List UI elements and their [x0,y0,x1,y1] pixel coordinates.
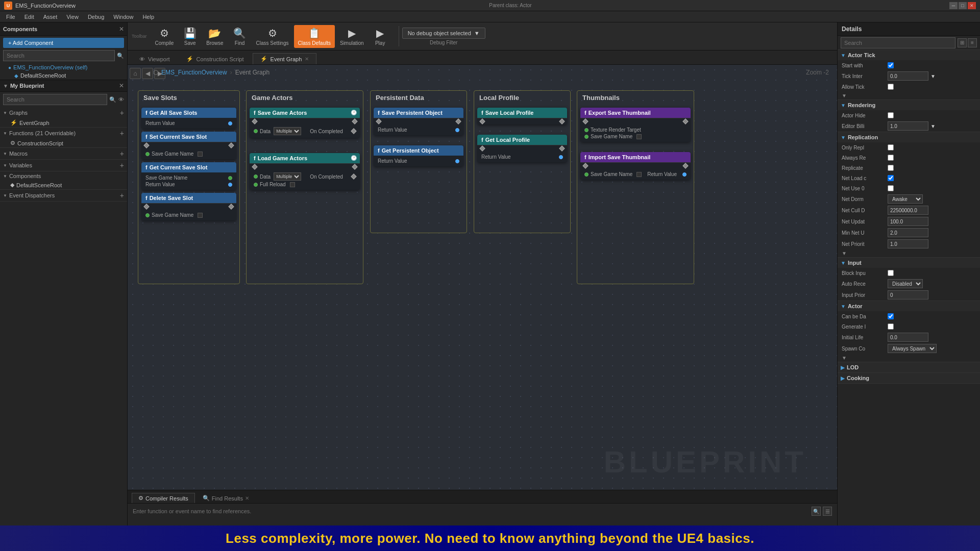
functions-add-button[interactable]: + [120,129,124,137]
find-results-tab[interactable]: 🔍 Find Results ✕ [196,493,256,503]
always-repl-checkbox[interactable] [888,155,894,161]
save-local-profile-node[interactable]: f Save Local Profile [477,108,567,124]
close-button[interactable]: ✕ [968,2,976,9]
spawn-collision-select[interactable]: Always SpawnTry To SpawnDo Not Spawn [888,344,937,353]
eventgraph-item[interactable]: ⚡ EventGraph [0,118,127,127]
menu-edit[interactable]: Edit [20,13,38,21]
bp-variables-header[interactable]: ▼ Variables + [0,160,127,171]
bp-dispatchers-header[interactable]: ▼ Event Dispatchers + [0,190,127,201]
my-blueprint-header[interactable]: ▼ My Blueprint ✕ [0,80,127,92]
cooking-header[interactable]: ▶ Cooking [838,373,980,383]
component-search-icon[interactable]: 🔍 [117,53,124,59]
maximize-button[interactable]: □ [959,2,967,9]
billboard-dropdown-icon[interactable]: ▼ [930,123,936,129]
menu-window[interactable]: Window [109,13,137,21]
bp-components-section-header[interactable]: ▼ Components [0,171,127,181]
construction-script-tab[interactable]: ⚡ Construction Script [179,53,252,64]
input-header[interactable]: ▼ Input [838,258,980,268]
back-button[interactable]: ◀ [142,68,153,79]
menu-help[interactable]: Help [138,13,158,21]
only-repl-checkbox[interactable] [888,144,894,151]
import-thumbnail-node[interactable]: f Import Save Thumbnail Save Game Name R… [580,152,691,180]
variables-add-button[interactable]: + [120,161,124,169]
find-references-input[interactable] [133,508,810,514]
min-net-input[interactable] [888,228,928,237]
save-game-actors-node[interactable]: 🕐 f Save Game Actors Data Multiple [250,108,360,138]
components-close[interactable]: ✕ [119,26,124,33]
tick-dropdown-icon[interactable]: ▼ [930,73,936,79]
viewport-tab[interactable]: 👁 Viewport [132,54,178,64]
compiler-results-tab[interactable]: ⚙ Compiler Results [132,493,195,503]
graphs-add-button[interactable]: + [120,109,124,117]
get-persistent-node[interactable]: f Get Persistent Object Return Value [374,145,463,166]
rendering-header[interactable]: ▼ Rendering [838,100,980,110]
return-pin[interactable] [228,121,232,126]
tick-interval-input[interactable] [888,71,928,81]
editor-billboard-input[interactable] [888,121,928,131]
minimize-button[interactable]: ─ [949,2,958,9]
default-scene-root-item[interactable]: ◆ DefaultSceneRoot [0,181,127,189]
find-search-button[interactable]: 🔍 [812,507,821,516]
play-button[interactable]: ▶ Play [369,25,391,48]
set-current-save-slot-node[interactable]: f Set Current Save Slot Save Game Name [141,132,236,159]
menu-asset[interactable]: Asset [39,13,62,21]
net-cull-input[interactable] [888,206,928,215]
class-defaults-button[interactable]: 📋 Class Defaults [294,25,335,48]
get-current-save-slot-node[interactable]: f Get Current Save Slot Save Game Name R… [141,162,236,190]
actor-section-collapse-arrow[interactable]: ▼ [838,354,980,362]
net-load-checkbox[interactable] [888,175,894,181]
debug-object-selector[interactable]: No debug object selected ▼ [402,28,485,39]
bp-graphs-header[interactable]: ▼ Graphs + [0,107,127,118]
bp-search-icon[interactable]: 🔍 [109,96,116,103]
delete-save-slot-node[interactable]: f Delete Save Slot Save Game Name [141,193,236,220]
find-tab-close[interactable]: ✕ [245,495,249,501]
find-button[interactable]: 🔍 Find [229,25,251,48]
details-grid-view-button[interactable]: ⊞ [958,38,967,47]
blueprint-search-input[interactable] [3,94,107,105]
event-tab-close[interactable]: ✕ [305,56,309,62]
find-settings-button[interactable]: ☰ [823,507,832,516]
actor-tick-collapse-arrow[interactable]: ▼ [838,92,980,99]
replication-header[interactable]: ▼ Replication [838,132,980,142]
start-with-checkbox[interactable] [888,62,894,68]
menu-view[interactable]: View [62,13,83,21]
macros-add-button[interactable]: + [120,149,124,158]
bp-visibility-icon[interactable]: 👁 [118,96,124,103]
dispatchers-add-button[interactable]: + [120,191,124,199]
tree-item-self[interactable]: ● EMS_FunctionOverview (self) [0,63,127,71]
details-menu-button[interactable]: ≡ [968,38,977,47]
component-search-input[interactable] [3,50,115,61]
get-all-save-slots-node[interactable]: f Get All Save Slots Return Value [141,108,236,129]
auto-receive-select[interactable]: DisabledPlayer 0Player 1 [888,279,923,288]
actor-header[interactable]: ▼ Actor [838,301,980,311]
my-blueprint-close[interactable]: ✕ [119,82,124,89]
tree-item-scene-root[interactable]: ◆ DefaultSceneRoot [0,71,127,80]
export-thumbnail-node[interactable]: f Export Save Thumbnail Texture Render T… [580,108,691,142]
compile-button[interactable]: ⚙ Compile [151,25,178,48]
save-persistent-node[interactable]: f Save Persistent Object Return Value [374,108,463,135]
simulation-button[interactable]: ▶ Simulation [336,25,368,48]
initial-lifespan-input[interactable] [888,333,928,342]
data-select[interactable]: Multiple [274,127,301,135]
event-graph-tab[interactable]: ⚡ Event Graph ✕ [253,53,317,64]
class-settings-button[interactable]: ⚙ Class Settings [252,25,293,48]
net-dorm-select[interactable]: AwakeInitialDormant [888,194,923,204]
bp-macros-header[interactable]: ▼ Macros + [0,148,127,159]
browse-button[interactable]: 📂 Browse [202,25,227,48]
replication-collapse-arrow[interactable]: ▼ [838,249,980,257]
home-button[interactable]: ⌂ [130,68,141,79]
details-search-input[interactable] [841,37,955,48]
net-use-checkbox[interactable] [888,185,894,191]
replicate-checkbox[interactable] [888,165,894,171]
load-data-select[interactable]: Multiple [274,172,301,181]
lod-header[interactable]: ▶ LOD [838,362,980,372]
block-input-checkbox[interactable] [888,270,894,276]
bp-functions-header[interactable]: ▼ Functions (21 Overridable) + [0,128,127,139]
allow-tick-checkbox[interactable] [888,84,894,90]
save-button[interactable]: 💾 Save [179,25,201,48]
load-game-actors-node[interactable]: 🕐 f Load Game Actors Data Multiple [250,153,360,190]
breadcrumb-root[interactable]: EMS_FunctionOverview [161,69,227,76]
add-component-button[interactable]: + Add Component [3,38,124,48]
actor-hidden-checkbox[interactable] [888,112,894,118]
menu-file[interactable]: File [2,13,19,21]
